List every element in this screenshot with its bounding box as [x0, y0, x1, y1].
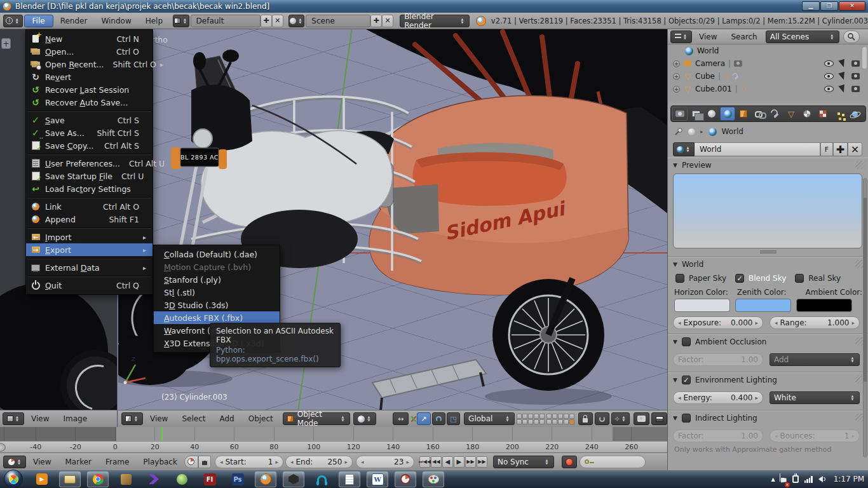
menu-playback[interactable]: Playback [143, 458, 177, 466]
menu-item[interactable]: Quit Ctrl Q ▸ [26, 279, 153, 292]
transform-orientation-select[interactable]: Global [464, 412, 515, 425]
env-enable-checkbox[interactable] [682, 376, 691, 384]
menu-item[interactable]: 3D Studio (.3ds) [154, 299, 280, 311]
renderability-camera-icon[interactable] [851, 60, 860, 67]
menu-item[interactable]: Collada (Default) (.dae) [154, 248, 280, 261]
lock-to-scene-button[interactable] [578, 412, 593, 425]
tab-object[interactable] [736, 107, 751, 121]
real-sky-checkbox[interactable] [795, 274, 804, 283]
menu-object[interactable]: Object [248, 414, 273, 423]
taskbar-audio-icon[interactable] [311, 471, 332, 487]
preview-panel-header[interactable]: ▼ Preview [668, 158, 868, 172]
taskbar-chrome-icon[interactable] [87, 471, 109, 487]
taskbar-km-player-icon[interactable] [143, 471, 165, 487]
ao-panel-header[interactable]: ▼ Ambient Occlusion [668, 335, 868, 349]
layout-delete-button[interactable]: ✕ [272, 15, 283, 27]
tab-particles[interactable] [831, 107, 846, 121]
taskbar-photo-app-icon[interactable] [171, 471, 193, 487]
menu-item[interactable]: Open Recent... Shift Ctrl O ▸ [26, 58, 153, 71]
preview-range-button[interactable] [184, 456, 198, 468]
taskbar-game-icon[interactable] [115, 471, 137, 487]
tab-physics[interactable] [847, 107, 862, 121]
menu-item[interactable]: External Data ▸ [26, 261, 153, 274]
renderability-camera-icon[interactable] [851, 73, 860, 79]
menu-item[interactable]: Open... Ctrl O ▸ [26, 45, 153, 58]
ambient-color-swatch[interactable] [796, 299, 852, 312]
taskbar-file-explorer-icon[interactable] [59, 471, 81, 487]
outliner-row-cube[interactable]: + ▽ Cube | ▽ [668, 70, 868, 83]
layers-grid-1[interactable] [517, 414, 545, 424]
scene-delete-button[interactable]: ✕ [382, 15, 393, 27]
menu-item[interactable]: Stanford (.ply) [154, 273, 280, 286]
snap-toggle-button[interactable] [595, 412, 609, 425]
visibility-eye-icon[interactable] [824, 60, 834, 67]
snap-element-select[interactable]: ⊹ [611, 412, 630, 425]
menu-item[interactable]: Stl (.stl) [154, 286, 280, 299]
menu-item[interactable]: Append Shift F1 ▸ [26, 213, 153, 226]
search-button[interactable] [843, 30, 860, 43]
opengl-render-button[interactable] [634, 412, 649, 425]
keying-set-field[interactable] [580, 456, 646, 468]
menu-item[interactable]: Import ▸ [26, 231, 153, 243]
viewport-3d[interactable]: Sidom Apui [118, 29, 667, 427]
network-signal-icon[interactable] [804, 476, 813, 483]
menu-item[interactable]: New Ctrl N ▸ [26, 32, 153, 45]
power-plug-icon[interactable] [792, 475, 799, 483]
taskbar-paint-icon[interactable] [423, 471, 444, 487]
scene-field[interactable]: Scene [306, 15, 370, 27]
visibility-eye-icon[interactable] [824, 86, 834, 92]
taskbar-word-icon[interactable]: W [367, 471, 388, 487]
ao-factor-slider[interactable]: Factor: 1.00 [673, 353, 763, 366]
panel-drag-icon[interactable] [855, 161, 865, 169]
action-center-flag-icon[interactable]: ✕ [781, 473, 787, 485]
editor-type-button[interactable] [121, 412, 143, 425]
tab-object-data[interactable]: ▽ [783, 107, 799, 121]
tab-modifiers[interactable] [768, 107, 783, 121]
id-name-field[interactable]: World [695, 142, 820, 156]
sync-mode-select[interactable]: No Sync [493, 456, 554, 468]
viewport-shading-select[interactable] [353, 412, 376, 425]
taskbar-clock[interactable]: 1:17 PM [834, 475, 864, 484]
menu-item[interactable]: Load Factory Settings ▸ [26, 182, 153, 195]
jump-to-end-button[interactable]: ▶▶ [477, 456, 487, 468]
frame-end-field[interactable]: ◂End: 250▸ [285, 456, 353, 468]
translate-manipulator-button[interactable]: ↗ [417, 412, 430, 425]
screen-layout-icon-button[interactable] [173, 15, 189, 27]
current-frame-field[interactable]: ◂ 23▸ [356, 456, 414, 468]
indirect-bounces-field[interactable]: ◂Bounces: 1▸ [770, 430, 860, 442]
ao-enable-checkbox[interactable] [682, 337, 691, 346]
id-unlink-button[interactable]: ✕ [848, 142, 862, 156]
horizon-color-swatch[interactable] [674, 299, 730, 312]
taskbar-blender-icon[interactable] [255, 471, 276, 487]
menu-add[interactable]: Add [219, 414, 234, 423]
manipulator-toggle-button[interactable]: ↔ [393, 412, 409, 425]
prev-keyframe-button[interactable]: ◀◀ [431, 456, 442, 468]
taskbar-notepad-icon[interactable] [339, 471, 360, 487]
minimize-button[interactable]: ▁ [802, 1, 820, 11]
menu-item[interactable]: Recover Auto Save... ▸ [26, 96, 153, 109]
visibility-eye-icon[interactable] [824, 73, 834, 79]
menu-image[interactable]: Image [63, 414, 87, 423]
selectability-cursor-icon[interactable] [838, 72, 846, 81]
jump-to-start-button[interactable]: ⏭︎◀◀ [419, 456, 430, 468]
selectability-cursor-icon[interactable] [838, 85, 846, 94]
timeline-track[interactable] [0, 427, 667, 441]
auto-keyframe-button[interactable] [562, 456, 577, 468]
menu-marker[interactable]: Marker [65, 458, 91, 466]
indirect-panel-header[interactable]: ▼ Indirect Lighting [668, 411, 868, 425]
range-slider[interactable]: ◂Range: 1.000▸ [770, 316, 860, 329]
editor-type-button[interactable] [3, 456, 26, 468]
id-browse-button[interactable] [673, 142, 695, 156]
env-energy-slider[interactable]: ◂Energy: 0.400▸ [673, 391, 763, 404]
taskbar-photoshop-icon[interactable]: Ps [227, 471, 248, 487]
scenes-filter-select[interactable]: All Scenes [766, 30, 839, 43]
current-frame-marker[interactable] [161, 427, 163, 441]
env-color-select[interactable]: White [770, 391, 860, 404]
menu-item[interactable]: Save Startup File Ctrl U ▸ [26, 170, 153, 182]
taskbar-unity-icon[interactable] [283, 471, 304, 487]
frame-start-field[interactable]: ◂Start: 1▸ [215, 456, 283, 468]
exposure-slider[interactable]: ◂Exposure: 0.000▸ [673, 316, 763, 329]
outliner-row-camera[interactable]: + Camera | [668, 57, 868, 70]
indirect-enable-checkbox[interactable] [682, 414, 691, 423]
menu-view[interactable]: View [699, 32, 717, 41]
